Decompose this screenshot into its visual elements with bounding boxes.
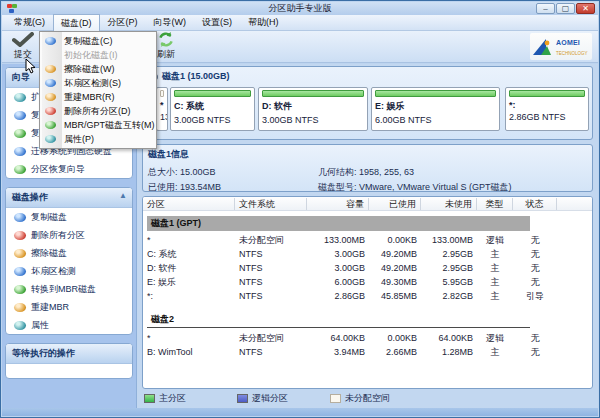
bad-sector-test-icon <box>14 267 26 276</box>
app-window: 分区助手专业版 – ▢ ✕ 常规(G) 磁盘(D) 分区(P) 向导(W) 设置… <box>0 0 600 418</box>
disk-map-panel: 磁盘1 (15.00GB) * 133.00MB C: 系统 3.00GB NT… <box>142 66 593 140</box>
table-row[interactable]: D: 软件NTFS3.00GB49.20MB2.95GB主无 <box>143 261 592 275</box>
menu-item-wipe-disk[interactable]: 擦除磁盘(W) <box>40 62 156 76</box>
disk-blocks: * 133.00MB C: 系统 3.00GB NTFS D: 软件 3.00G… <box>143 86 592 132</box>
disk-operations-panel: 磁盘操作 ▲ 复制磁盘 删除所有分区 擦除磁盘 坏扇区检测 转换到MBR磁盘 重… <box>5 187 133 335</box>
disk-model: 磁盘型号: VMware, VMware Virtual S (GPT磁盘) <box>318 181 511 194</box>
menu-item-properties[interactable]: 属性(P) <box>40 132 156 146</box>
pending-operations-list <box>6 364 132 378</box>
table-header-row: 分区 文件系统 容量 已使用 未使用 类型 状态 <box>143 197 592 211</box>
menu-disk[interactable]: 磁盘(D) <box>53 14 100 32</box>
partition-block-c[interactable]: C: 系统 3.00GB NTFS <box>170 87 255 131</box>
col-used[interactable]: 已使用 <box>369 198 421 210</box>
wipe-disk-icon <box>14 249 26 258</box>
pending-operations-title: 等待执行的操作 <box>12 348 75 358</box>
partition-block-d[interactable]: D: 软件 3.00GB NTFS <box>258 87 368 131</box>
properties-icon <box>14 321 26 330</box>
check-icon <box>12 32 34 47</box>
partition-table-panel: 分区 文件系统 容量 已使用 未使用 类型 状态 磁盘1 (GPT) *未分配空… <box>142 196 593 389</box>
menu-help[interactable]: 帮助(H) <box>240 14 287 31</box>
collapse-icon[interactable]: ▲ <box>119 191 127 200</box>
menu-item-bad-sector-test[interactable]: 坏扇区检测(S) <box>40 76 156 90</box>
disk-menu-dropdown: 复制磁盘(C) 初始化磁盘(I) 擦除磁盘(W) 坏扇区检测(S) 重建MBR(… <box>39 31 157 149</box>
copy-disk-icon <box>14 213 26 222</box>
disk-operations-header[interactable]: 磁盘操作 ▲ <box>6 188 132 208</box>
disk-used: 已使用: 193.54MB <box>148 181 318 194</box>
sidebar-item-bad-sector-test[interactable]: 坏扇区检测 <box>6 262 132 280</box>
convert-mbr-gpt-icon <box>45 121 56 129</box>
delete-all-partitions-icon <box>14 231 26 240</box>
bad-sector-test-icon <box>45 79 56 87</box>
aomei-logo-icon <box>532 37 554 57</box>
menu-bar: 常规(G) 磁盘(D) 分区(P) 向导(W) 设置(S) 帮助(H) <box>2 15 598 31</box>
legend-unallocated: 未分配空间 <box>328 392 421 405</box>
table-row[interactable]: E: 娱乐NTFS6.00GB49.30MB5.95GB主无 <box>143 275 592 289</box>
window-bottom-frame <box>2 408 598 416</box>
disk-info-panel: 磁盘1信息 总大小: 15.00GB 几何结构: 1958, 255, 63 已… <box>142 144 593 192</box>
sidebar-item-properties[interactable]: 属性 <box>6 316 132 334</box>
rebuild-mbr-icon <box>45 93 56 101</box>
disk2-group-header[interactable]: 磁盘2 <box>147 312 530 328</box>
menu-settings[interactable]: 设置(S) <box>194 14 240 31</box>
partition-block-e[interactable]: E: 娱乐 6.00GB NTFS <box>371 87 500 131</box>
legend: 主分区 逻辑分区 未分配空间 <box>142 390 593 406</box>
disk1-group-header[interactable]: 磁盘1 (GPT) <box>147 216 530 231</box>
sidebar-item-copy-disk[interactable]: 复制磁盘 <box>6 208 132 226</box>
migrate-icon <box>14 147 26 156</box>
menu-item-convert-mbr-gpt[interactable]: MBR/GPT磁盘互转(M) <box>40 118 156 132</box>
main-area: 磁盘1 (15.00GB) * 133.00MB C: 系统 3.00GB NT… <box>138 64 598 408</box>
usage-bar <box>160 90 164 97</box>
sidebar-item-rebuild-mbr[interactable]: 重建MBR <box>6 298 132 316</box>
table-row[interactable]: C: 系统NTFS3.00GB49.20MB2.95GB主无 <box>143 247 592 261</box>
usage-bar <box>375 90 496 97</box>
sidebar-item-convert-to-mbr[interactable]: 转换到MBR磁盘 <box>6 280 132 298</box>
copy-partition-icon <box>14 129 26 138</box>
partition-block-unallocated[interactable]: * 133.00MB <box>156 87 168 131</box>
properties-icon <box>45 135 56 143</box>
wipe-disk-icon <box>45 65 56 73</box>
menu-general[interactable]: 常规(G) <box>6 14 53 31</box>
primary-swatch <box>144 394 155 403</box>
menu-partition[interactable]: 分区(P) <box>100 14 146 31</box>
menu-item-copy-disk[interactable]: 复制磁盘(C) <box>40 34 156 48</box>
partition-block-star[interactable]: *: 2.86GB NTFS <box>505 87 589 131</box>
minimize-button[interactable]: – <box>536 3 555 14</box>
recovery-icon <box>14 165 26 174</box>
delete-all-partitions-icon <box>45 107 56 115</box>
table-row[interactable]: *:NTFS2.86GB45.85MB2.82GB主引导 <box>143 289 592 303</box>
disk-map-title-row[interactable]: 磁盘1 (15.00GB) <box>143 67 592 86</box>
sidebar-item-partition-recovery-wizard[interactable]: 分区恢复向导 <box>6 160 132 178</box>
col-status[interactable]: 状态 <box>513 198 557 210</box>
rebuild-mbr-icon <box>14 303 26 312</box>
menu-wizard[interactable]: 向导(W) <box>146 14 195 31</box>
wizard-icon <box>14 93 26 102</box>
unallocated-swatch <box>330 394 341 403</box>
col-filesystem[interactable]: 文件系统 <box>235 198 307 210</box>
logical-swatch <box>237 394 248 403</box>
close-button[interactable]: ✕ <box>576 3 595 14</box>
maximize-button[interactable]: ▢ <box>556 3 575 14</box>
sidebar-item-delete-all-partitions[interactable]: 删除所有分区 <box>6 226 132 244</box>
menu-item-rebuild-mbr[interactable]: 重建MBR(R) <box>40 90 156 104</box>
col-partition[interactable]: 分区 <box>143 198 235 210</box>
usage-bar <box>262 90 364 97</box>
pending-operations-header[interactable]: 等待执行的操作 <box>6 344 132 364</box>
disk-info-title: 磁盘1信息 <box>143 145 592 162</box>
convert-mbr-icon <box>14 285 26 294</box>
disk-geometry: 几何结构: 1958, 255, 63 <box>318 166 414 179</box>
sidebar-item-wipe-disk[interactable]: 擦除磁盘 <box>6 244 132 262</box>
col-unused[interactable]: 未使用 <box>421 198 477 210</box>
disk-operations-title: 磁盘操作 <box>12 192 48 202</box>
table-row[interactable]: *未分配空间133.00MB0.00KB133.00MB逻辑无 <box>143 233 592 247</box>
copy-disk-icon <box>14 111 26 120</box>
disk-total-size: 总大小: 15.00GB <box>148 166 318 179</box>
menu-item-delete-all-partitions[interactable]: 删除所有分区(D) <box>40 104 156 118</box>
legend-primary: 主分区 <box>142 392 235 405</box>
col-type[interactable]: 类型 <box>477 198 513 210</box>
aomei-logo: AOMEI TECHNOLOGY <box>530 33 592 60</box>
table-row[interactable]: B: WimToolNTFS3.94MB2.66MB1.28MB主无 <box>143 345 592 359</box>
table-row[interactable]: *未分配空间64.00KB0.00KB64.00KB逻辑无 <box>143 331 592 345</box>
col-capacity[interactable]: 容量 <box>307 198 369 210</box>
mouse-cursor <box>25 58 36 74</box>
pending-operations-panel: 等待执行的操作 <box>5 343 133 379</box>
